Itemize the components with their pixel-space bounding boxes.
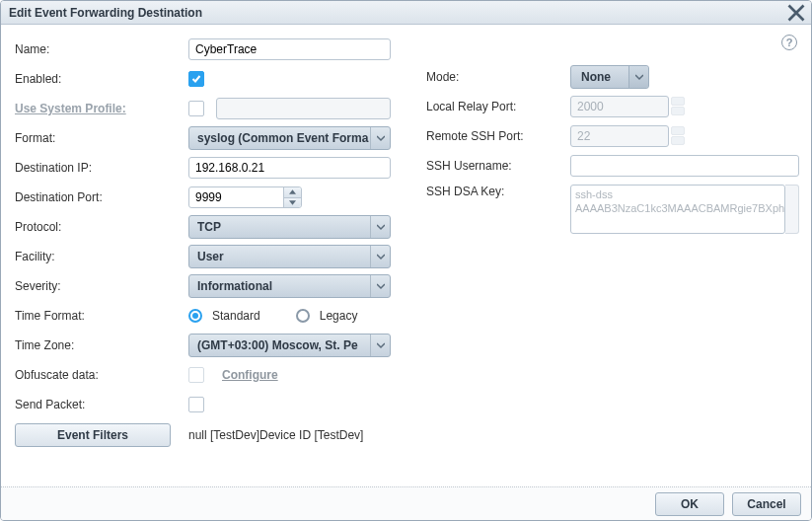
ok-button[interactable]: OK — [655, 492, 724, 516]
chevron-down-icon[interactable] — [370, 275, 390, 297]
timezone-dropdown[interactable]: (GMT+03:00) Moscow, St. Pe — [188, 334, 391, 357]
time-format-standard-label: Standard — [212, 309, 260, 323]
local-relay-port-label: Local Relay Port: — [426, 100, 564, 113]
chevron-down-icon[interactable] — [628, 66, 648, 88]
facility-dropdown[interactable]: User — [188, 245, 391, 268]
timezone-label: Time Zone: — [15, 338, 183, 352]
chevron-up-icon[interactable] — [284, 187, 301, 198]
severity-dropdown[interactable]: Informational — [188, 274, 391, 298]
format-dropdown[interactable]: syslog (Common Event Forma — [188, 126, 391, 150]
severity-label: Severity: — [15, 279, 183, 293]
event-filters-summary: null [TestDev]Device ID [TestDev] — [188, 428, 363, 442]
scrollbar[interactable] — [785, 185, 799, 234]
remote-ssh-port-input[interactable] — [570, 125, 669, 147]
dialog-title: Edit Event Forwarding Destination — [9, 6, 202, 20]
relay-port-spinner[interactable] — [671, 97, 685, 116]
time-format-label: Time Format: — [15, 309, 183, 323]
ssh-dsa-key-textarea[interactable]: ssh-dss AAAAB3NzaC1kc3MAAACBAMRgie7BXphd… — [570, 185, 785, 234]
time-format-standard-radio[interactable] — [188, 309, 202, 323]
ssh-username-input[interactable] — [570, 155, 799, 177]
ssh-dsa-key-label: SSH DSA Key: — [426, 185, 564, 198]
ssh-port-spinner[interactable] — [671, 126, 685, 146]
dialog-footer: OK Cancel — [1, 486, 811, 520]
destination-ip-input[interactable] — [188, 157, 391, 179]
name-input[interactable] — [188, 38, 391, 60]
protocol-dropdown[interactable]: TCP — [188, 215, 391, 239]
edit-event-forwarding-dialog: Edit Event Forwarding Destination ? Name… — [0, 0, 812, 521]
configure-link[interactable]: Configure — [222, 368, 278, 382]
chevron-down-icon[interactable] — [370, 246, 390, 267]
send-packet-checkbox[interactable] — [188, 397, 204, 412]
chevron-down-icon[interactable] — [370, 127, 390, 149]
facility-label: Facility: — [15, 250, 183, 263]
obfuscate-label: Obfuscate data: — [15, 368, 183, 382]
mode-label: Mode: — [426, 70, 564, 84]
help-icon[interactable]: ? — [781, 35, 797, 50]
obfuscate-checkbox[interactable] — [188, 367, 204, 383]
format-label: Format: — [15, 131, 183, 145]
name-label: Name: — [15, 42, 183, 56]
remote-ssh-port-label: Remote SSH Port: — [426, 129, 564, 143]
system-profile-input — [216, 98, 391, 119]
ssh-username-label: SSH Username: — [426, 159, 564, 173]
event-filters-button[interactable]: Event Filters — [15, 423, 171, 447]
chevron-down-icon[interactable] — [370, 216, 390, 238]
use-system-profile-label: Use System Profile: — [15, 102, 183, 115]
titlebar: Edit Event Forwarding Destination — [1, 1, 811, 25]
enabled-checkbox[interactable] — [188, 71, 204, 87]
chevron-down-icon[interactable] — [284, 198, 301, 208]
send-packet-label: Send Packet: — [15, 398, 183, 411]
protocol-label: Protocol: — [15, 220, 183, 234]
destination-ip-label: Destination IP: — [15, 161, 183, 175]
chevron-down-icon[interactable] — [370, 335, 390, 356]
enabled-label: Enabled: — [15, 72, 183, 86]
destination-port-label: Destination Port: — [15, 190, 183, 204]
local-relay-port-input[interactable] — [570, 96, 669, 117]
dialog-body: ? Name: Enabled: Use System Profile: — [1, 25, 811, 486]
port-spinner[interactable] — [283, 187, 301, 207]
time-format-legacy-radio[interactable] — [296, 309, 310, 323]
cancel-button[interactable]: Cancel — [732, 492, 801, 516]
right-column: Mode: None Local Relay Port: Remote SSH … — [405, 35, 799, 481]
time-format-legacy-label: Legacy — [320, 309, 358, 323]
use-system-profile-checkbox[interactable] — [188, 101, 204, 116]
left-column: Name: Enabled: Use System Profile: Forma… — [15, 35, 405, 481]
close-icon[interactable] — [787, 4, 805, 22]
